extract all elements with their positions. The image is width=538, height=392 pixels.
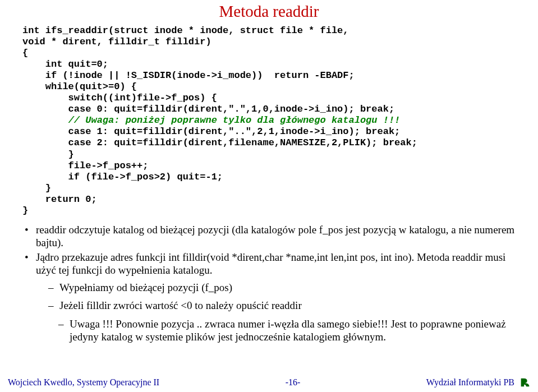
logo-icon [519,376,531,389]
page-title: Metoda readdir [22,2,516,21]
code-line: } [22,183,51,193]
code-line: case 0: quit=filldir(dirent,".",1,0,inod… [22,104,394,114]
code-line: return 0; [22,194,97,205]
code-line: } [22,205,28,216]
footer: Wojciech Kwedlo, Systemy Operacyjne II -… [0,376,538,389]
list-item: Jeżeli filldir zwróci wartość <0 to nale… [36,299,516,312]
code-line: file->f_pos++; [22,160,148,171]
code-line: int quit=0; [22,59,108,70]
code-line: if (!inode || !S_ISDIR(inode->i_mode)) r… [22,70,355,81]
list-item: Uwaga !!! Ponownie pozycja .. zwraca num… [36,317,516,343]
code-line: } [22,149,74,160]
list-item: readdir odczytuje katalog od bieżącej po… [22,223,516,249]
code-line: void * dirent, filldir_t filldir) [22,36,211,47]
code-line: switch((int)file->f_pos) { [22,93,217,103]
code-line: { [22,48,28,58]
code-line: while(quit>=0) { [22,81,137,92]
footer-right: Wydział Informatyki PB [426,377,514,388]
code-block: int ifs_readdir(struct inode * inode, st… [22,25,516,216]
footer-left: Wojciech Kwedlo, Systemy Operacyjne II [8,377,159,388]
footer-center: -16- [286,377,301,388]
bullet-list: readdir odczytuje katalog od bieżącej po… [22,223,516,343]
code-line: int ifs_readdir(struct inode * inode, st… [22,25,349,36]
code-line: if (file->f_pos>2) quit=-1; [22,172,223,182]
list-item: Wypełniamy od bieżącej pozycji (f_pos) [36,281,516,294]
code-line [22,115,68,126]
list-item: Jądro przekazuje adres funkcji int filld… [22,251,516,343]
code-line: case 2: quit=filldir(dirent,filename,NAM… [22,137,417,148]
list-item-text: Jądro przekazuje adres funkcji int filld… [36,251,505,276]
code-comment: // Uwaga: poniżej poprawne tylko dla głó… [68,115,401,126]
code-line: case 1: quit=filldir(dirent,"..",2,1,ino… [22,126,400,137]
